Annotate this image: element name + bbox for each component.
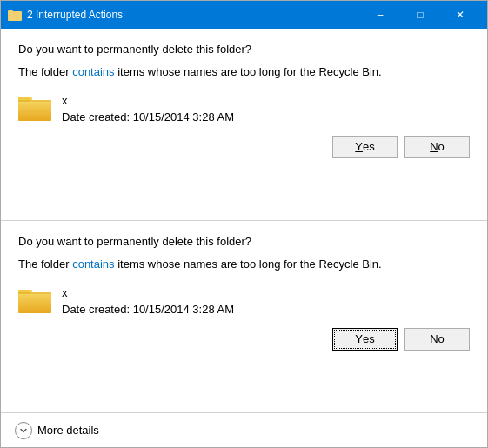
svg-rect-4 xyxy=(18,100,51,121)
no-label-1-underline: N xyxy=(430,140,438,153)
dialog-section-1: Do you want to permanently delete this f… xyxy=(1,29,487,220)
folder-name-1: x xyxy=(62,92,234,110)
info-suffix-1: . xyxy=(378,65,382,78)
window-title: Interrupted Actions xyxy=(36,9,123,21)
folder-info-1: x Date created: 10/15/2014 3:28 AM xyxy=(62,92,234,124)
info-suffix-2: . xyxy=(378,257,382,271)
more-details-label[interactable]: More details xyxy=(37,424,99,437)
maximize-button[interactable]: □ xyxy=(400,1,440,29)
question-text-1: Do you want to permanently delete this f… xyxy=(18,43,470,56)
close-button[interactable]: ✕ xyxy=(440,1,480,29)
folder-date-1: Date created: 10/15/2014 3:28 AM xyxy=(62,110,234,124)
svg-rect-9 xyxy=(18,292,51,313)
folder-row-2: x Date created: 10/15/2014 3:28 AM xyxy=(18,284,470,316)
no-button-1[interactable]: No xyxy=(404,136,470,158)
info-text-1: The folder contains items whose names ar… xyxy=(18,64,470,80)
svg-rect-2 xyxy=(8,10,13,13)
window-count: 2 xyxy=(27,9,33,21)
no-button-2[interactable]: No xyxy=(404,328,470,351)
info-highlight-2: contains xyxy=(72,257,114,271)
question-text-2: Do you want to permanently delete this f… xyxy=(18,235,470,248)
button-row-1: Yes No xyxy=(18,136,470,162)
info-prefix-1: The folder xyxy=(18,65,72,78)
title-bar-text: 2 Interrupted Actions xyxy=(27,9,360,21)
yes-label-2-underline: Y xyxy=(355,332,363,345)
yes-label-2-rest: es xyxy=(363,332,375,345)
more-details-bar: More details xyxy=(1,412,487,447)
button-row-2: Yes No xyxy=(18,328,470,354)
info-text-2: The folder contains items whose names ar… xyxy=(18,257,470,272)
window-icon xyxy=(8,8,22,22)
interrupted-actions-window: 2 Interrupted Actions – □ ✕ Do you want … xyxy=(0,0,488,448)
folder-icon-2 xyxy=(18,284,53,314)
info-highlight-text-2: items whose names are too long for the R… xyxy=(117,257,378,271)
folder-row-1: x Date created: 10/15/2014 3:28 AM xyxy=(18,92,470,124)
window-body: Do you want to permanently delete this f… xyxy=(1,29,487,447)
chevron-down-icon xyxy=(15,422,32,439)
minimize-button[interactable]: – xyxy=(360,1,400,29)
no-label-2-rest: o xyxy=(438,332,445,345)
yes-button-1[interactable]: Yes xyxy=(332,136,398,158)
yes-button-2[interactable]: Yes xyxy=(332,328,398,351)
yes-label-1-rest: es xyxy=(363,140,375,153)
folder-info-2: x Date created: 10/15/2014 3:28 AM xyxy=(62,284,234,316)
folder-name-2: x xyxy=(62,284,234,303)
folder-icon-1 xyxy=(18,92,53,122)
dialog-section-2: Do you want to permanently delete this f… xyxy=(1,220,487,412)
info-prefix-2: The folder xyxy=(18,257,72,271)
svg-rect-12 xyxy=(18,292,51,294)
svg-rect-7 xyxy=(18,100,51,102)
yes-label-1-underline: Y xyxy=(355,140,363,153)
info-highlight-1: contains xyxy=(72,65,114,78)
folder-date-2: Date created: 10/15/2014 3:28 AM xyxy=(62,303,234,316)
no-label-1-rest: o xyxy=(438,140,445,153)
no-label-2-underline: N xyxy=(430,332,438,345)
info-highlight-text-1: items whose names are too long for the R… xyxy=(117,65,378,78)
title-bar-controls: – □ ✕ xyxy=(360,1,480,29)
title-bar: 2 Interrupted Actions – □ ✕ xyxy=(1,1,487,29)
